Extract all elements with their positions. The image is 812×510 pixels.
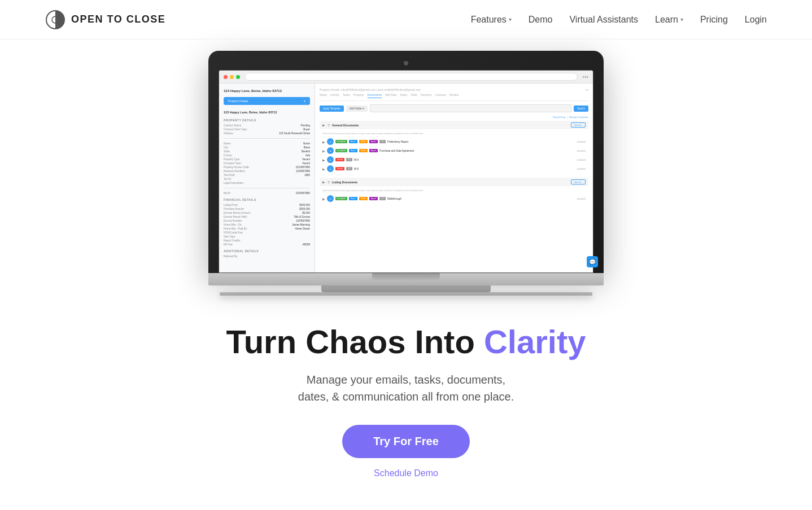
item-date-1: 1/1/2023 [577, 140, 586, 143]
checklist-item-3: ▶ ● Needs TC W-9 1/1/2023 [320, 155, 588, 164]
listing-documents-header: ▶ ☰ Listing Documents Upload ↑ [320, 178, 588, 186]
screen-property-address2: 123 Happy Lane, Boise, Idaho 83712 [224, 111, 310, 114]
hero-section: ••• 123 Happy Lane, Boise, Idaho 83712 P… [0, 39, 812, 478]
general-docs-description: Click on the Document Type above to lear… [320, 131, 588, 136]
laptop-foot [220, 292, 592, 296]
add-folder-btn: Add Folder ▾ [346, 105, 368, 112]
tag-tc-l1: TC [379, 197, 386, 200]
logo-icon [45, 10, 66, 30]
tag-complete-l1: Complete [335, 197, 347, 200]
tag-buyer-l1: Buyer [349, 197, 357, 200]
checklist-item-4: ▶ ● Needs TC W-9 1/1/2023 [320, 164, 588, 173]
features-arrow-icon: ▾ [509, 16, 512, 23]
tab-contacts: Contacts [435, 93, 446, 98]
listing-item-date-1: 1/1/2023 [577, 197, 586, 200]
drag-drop-label: Drag & Drop [553, 116, 565, 118]
close-window-icon [224, 75, 228, 79]
hero-headline: Turn Chaos Into Clarity [226, 324, 586, 360]
item-date-2: 1/1/2023 [577, 150, 586, 152]
laptop-base [208, 273, 604, 285]
manage-templates-link: Manage Templates [569, 116, 588, 118]
listing-checklist-item-1: ▶ ● Complete Buyer Seller Agent TC [320, 194, 588, 203]
screen-section-additional: ADDITIONAL DETAILS [224, 249, 310, 253]
browser-toolbar: ••• [219, 71, 593, 83]
tag-seller: Seller [359, 140, 368, 143]
search-input-field [370, 104, 571, 112]
tag-tc-4: TC [346, 167, 352, 170]
browser-menu-icon: ••• [582, 74, 588, 80]
nav-login[interactable]: Login [745, 15, 767, 25]
item-name-1: Preliminary Report [387, 140, 408, 143]
tag-complete-2: Complete [335, 149, 347, 152]
tab-tasks: Tasks [343, 93, 350, 98]
schedule-demo-link[interactable]: Schedule Demo [226, 468, 586, 478]
tag-needs-3: Needs [335, 158, 344, 161]
tab-self-data: Self Data [385, 93, 397, 98]
screen-main-content: Property Emails: info@456client@gmail.co… [315, 83, 593, 272]
screen-section-finance: FINANCIAL DETAILS [224, 198, 310, 201]
apply-template-btn: Apply Template [320, 105, 344, 112]
try-for-free-button[interactable]: Try For Free [342, 425, 470, 458]
nav-demo[interactable]: Demo [529, 15, 553, 25]
listing-documents-section: ▶ ☰ Listing Documents Upload ↑ Click on … [320, 178, 588, 203]
hero-text-block: Turn Chaos Into Clarity Manage your emai… [226, 324, 586, 478]
tab-payment: Payment [420, 93, 431, 98]
app-content: 123 Happy Lane, Boise, Idaho 83712 Prope… [219, 83, 593, 272]
tag-needs-4: Needs [335, 167, 344, 170]
general-docs-title: General Documents [332, 124, 359, 127]
nav-learn[interactable]: Learn ▾ [655, 15, 683, 25]
tab-property: Property [353, 93, 364, 98]
minimize-window-icon [230, 75, 234, 79]
item-date-4: 1/1/2023 [577, 168, 586, 170]
property-email-label: Property Emails: info@456client@gmail.co… [320, 88, 421, 91]
listing-docs-title: Listing Documents [332, 181, 357, 184]
screen-more-icon: ••• [586, 88, 588, 91]
item-name-4: W-9 [354, 168, 359, 170]
tab-notes: Notes [320, 93, 327, 98]
logo[interactable]: OPEN TO CLOSE [45, 10, 165, 30]
main-nav: Features ▾ Demo Virtual Assistants Learn… [471, 15, 767, 25]
listing-item-name-1: Walkthrough [387, 197, 401, 200]
documents-toolbar: Apply Template Add Folder ▾ Search [320, 104, 588, 112]
general-docs-upload-btn: Upload ↑ [571, 122, 586, 128]
support-chat-icon: 💬 [587, 256, 593, 267]
tab-dates: Dates [400, 93, 407, 98]
tag-buyer: Buyer [349, 140, 357, 143]
laptop-screen: ••• 123 Happy Lane, Boise, Idaho 83712 P… [219, 70, 593, 273]
listing-docs-upload-btn: Upload ↑ [571, 179, 586, 184]
laptop-camera [404, 61, 408, 65]
nav-pricing[interactable]: Pricing [700, 15, 728, 25]
tag-seller-l1: Seller [359, 197, 368, 200]
item-name-3: W-9 [354, 159, 359, 161]
item-name-2: Purchase and Sale Agreement [379, 150, 414, 152]
tag-tc: TC [379, 140, 386, 143]
property-details-btn: Property Details ▾ [224, 97, 310, 105]
item-date-3: 1/1/2023 [577, 159, 586, 161]
laptop-stand [321, 285, 491, 292]
property-address: 123 Happy Lane, Boise, Idaho 83712 [224, 89, 310, 93]
tag-buyer-2: Buyer [349, 149, 357, 152]
nav-virtual-assistants[interactable]: Virtual Assistants [569, 15, 638, 25]
general-documents-section: ▶ ☰ General Documents Upload ↑ Click on … [320, 121, 588, 173]
listing-docs-description: Click on the Document Type above to lear… [320, 188, 588, 193]
checklist-item-2: ▶ ● Complete Buyer Seller Agent Purchase… [320, 146, 588, 155]
tag-agent-2: Agent [369, 149, 378, 152]
laptop-mockup: ••• 123 Happy Lane, Boise, Idaho 83712 P… [208, 51, 604, 296]
search-btn: Search [574, 105, 588, 112]
screen-sidebar: 123 Happy Lane, Boise, Idaho 83712 Prope… [219, 83, 315, 272]
maximize-window-icon [236, 75, 240, 79]
screen-tabs: Notes Activity Tasks Property Documents … [320, 93, 588, 101]
tag-agent-l1: Agent [369, 197, 378, 200]
tab-field: Field [411, 93, 417, 98]
hero-subtitle: Manage your emails, tasks, documents, da… [226, 371, 586, 405]
tag-complete: Complete [335, 140, 347, 143]
tag-tc-3: TC [346, 158, 352, 161]
tab-documents: Documents [368, 93, 382, 98]
tab-review: Review [449, 93, 459, 98]
logo-text: OPEN TO CLOSE [71, 14, 165, 25]
screen-section-property-details: PROPERTY DETAILS [224, 118, 310, 122]
tab-activity: Activity [330, 93, 339, 98]
nav-features[interactable]: Features ▾ [471, 15, 512, 25]
general-documents-header: ▶ ☰ General Documents Upload ↑ [320, 121, 588, 129]
url-bar [245, 73, 578, 81]
